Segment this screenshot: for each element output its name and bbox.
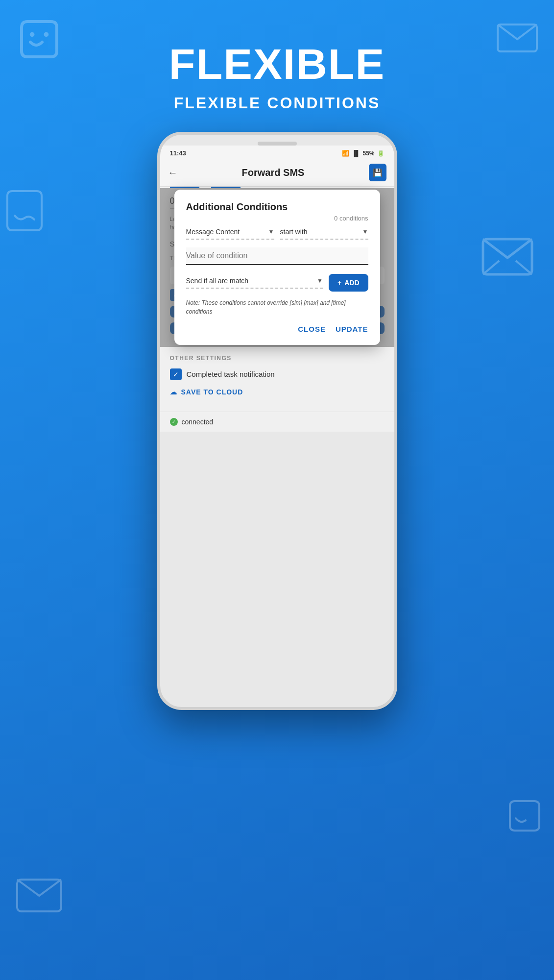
completed-task-row: ✓ Completed task notification	[170, 368, 385, 380]
modal-title: Additional Conditions	[186, 201, 368, 213]
dropdown2-arrow: ▼	[362, 228, 368, 235]
add-icon: +	[337, 279, 341, 287]
completed-task-label: Completed task notification	[187, 370, 275, 378]
dropdown-row: Message Content ▼ start with ▼	[186, 228, 368, 240]
send-match-dropdown[interactable]: Send if all are match ▼	[186, 277, 323, 289]
deco-envelope-top-right	[495, 20, 539, 54]
start-with-dropdown[interactable]: start with ▼	[280, 228, 368, 240]
deco-phone-top-left	[10, 10, 69, 69]
connected-dot: ✓	[170, 418, 178, 426]
svg-point-1	[44, 32, 49, 37]
status-bar: 11:43 📶 ▐▌ 55% 🔋	[160, 146, 394, 159]
deco-phone-bottom-right	[505, 799, 544, 833]
status-time: 11:43	[170, 149, 186, 157]
svg-point-0	[30, 32, 35, 37]
battery-level: 55%	[362, 150, 374, 157]
connected-label: connected	[182, 418, 214, 426]
other-settings-section: OTHER SETTINGS ✓ Completed task notifica…	[160, 347, 394, 412]
additional-conditions-modal: Additional Conditions 0 conditions Messa…	[174, 190, 380, 345]
back-button[interactable]: ←	[168, 167, 178, 178]
hero-title: FLEXIBLE	[169, 39, 385, 89]
phone-content: 01:55 ✕ 02:55 ✕ Leave blank or enter the…	[160, 188, 394, 347]
send-dropdown-arrow: ▼	[317, 277, 323, 284]
save-to-cloud-button[interactable]: ☁ SAVE TO CLOUD	[170, 388, 385, 396]
close-button[interactable]: CLOSE	[298, 325, 326, 333]
signal-icon: ▐▌	[352, 150, 360, 157]
svg-rect-6	[17, 880, 61, 911]
conditions-count: 0 conditions	[186, 215, 368, 222]
other-settings-title: OTHER SETTINGS	[170, 355, 385, 362]
save-icon: 💾	[373, 168, 383, 177]
add-label: ADD	[344, 279, 359, 287]
app-bar: ← Forward SMS 💾	[160, 159, 394, 187]
deco-phone-left	[5, 186, 44, 235]
save-button[interactable]: 💾	[369, 164, 386, 181]
check-icon: ✓	[172, 419, 176, 424]
app-title: Forward SMS	[178, 167, 369, 178]
phone-frame: 11:43 📶 ▐▌ 55% 🔋 ← Forward SMS 💾 01:55 ✕…	[157, 132, 397, 710]
battery-icon: 🔋	[377, 150, 385, 157]
add-row: Send if all are match ▼ + ADD	[186, 274, 368, 292]
note-text: Note: These conditions cannot override […	[186, 298, 368, 316]
modal-overlay: Additional Conditions 0 conditions Messa…	[160, 188, 394, 347]
svg-line-5	[516, 261, 532, 274]
wifi-icon: 📶	[342, 150, 349, 157]
send-match-label: Send if all are match	[186, 277, 249, 285]
hero-subtitle: FLEXIBLE CONDITIONS	[174, 94, 380, 112]
message-content-label: Message Content	[186, 228, 240, 236]
modal-actions: CLOSE UPDATE	[186, 325, 368, 333]
message-content-dropdown[interactable]: Message Content ▼	[186, 228, 274, 240]
save-cloud-label: SAVE TO CLOUD	[181, 388, 243, 396]
phone-notch	[258, 142, 297, 146]
deco-envelope-bottom-left	[15, 877, 64, 921]
value-input[interactable]	[186, 247, 368, 265]
svg-rect-2	[498, 24, 537, 51]
start-with-label: start with	[280, 228, 308, 236]
deco-envelope-right	[481, 235, 534, 279]
status-icons: 📶 ▐▌ 55% 🔋	[342, 150, 384, 157]
completed-task-checkbox[interactable]: ✓	[170, 368, 182, 380]
add-button[interactable]: + ADD	[329, 274, 368, 292]
svg-rect-3	[483, 239, 532, 274]
cloud-icon: ☁	[170, 388, 177, 396]
connected-bar: ✓ connected	[160, 412, 394, 432]
update-button[interactable]: UPDATE	[336, 325, 368, 333]
svg-line-4	[483, 261, 499, 274]
dropdown1-arrow: ▼	[268, 228, 274, 235]
